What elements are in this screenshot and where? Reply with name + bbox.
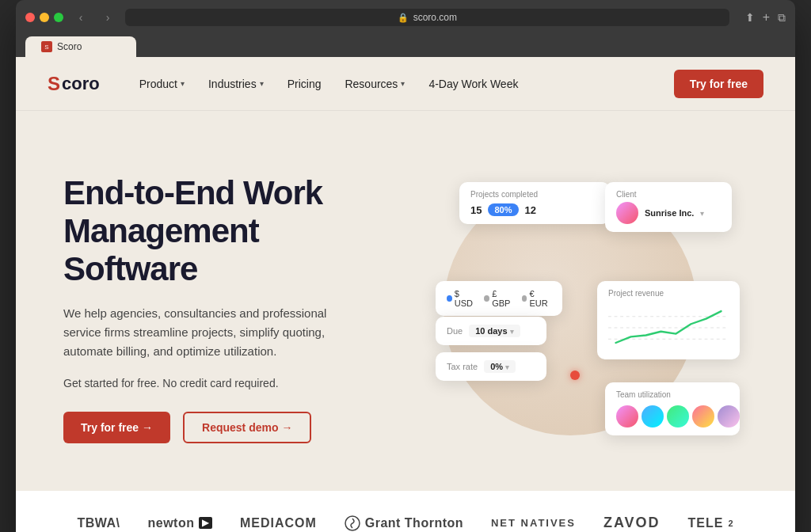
client-label: Client <box>616 190 704 199</box>
chevron-down-icon: ▾ <box>401 79 405 88</box>
logo-text: coro <box>62 74 100 94</box>
client-card: Client Sunrise Inc. ▾ <box>605 182 732 232</box>
client-name: Sunrise Inc. <box>645 208 694 218</box>
logo-grant-thornton: Grant Thornton <box>345 515 463 531</box>
logo-net-natives: NET NATIVES <box>491 517 576 529</box>
revenue-label: Project revenue <box>608 289 729 298</box>
back-button[interactable]: ‹ <box>71 8 90 27</box>
logo-tbwa: TBWA\ <box>77 516 120 530</box>
due-value: 10 days ▾ <box>469 325 520 337</box>
hero-left: End-to-End Work Management Software We h… <box>63 174 396 444</box>
team-avatar-4 <box>692 405 714 428</box>
grant-thornton-icon <box>345 515 360 531</box>
try-free-button[interactable]: Try for free → <box>63 412 170 443</box>
tax-label: Tax rate <box>447 362 478 371</box>
client-avatar <box>616 202 638 224</box>
client-dropdown-icon: ▾ <box>700 209 704 218</box>
tab-title: Scoro <box>57 41 82 52</box>
team-card: Team utilization <box>605 382 740 435</box>
projects-card: Projects completed 15 80% 12 <box>459 182 610 224</box>
add-tab-button[interactable]: + <box>763 10 770 25</box>
logo-mediacom: MEDIACOM <box>240 516 317 530</box>
close-button[interactable] <box>25 13 35 22</box>
hero-section: End-to-End Work Management Software We h… <box>16 111 795 491</box>
nav-item-pricing[interactable]: Pricing <box>287 78 322 90</box>
hero-subtitle: We help agencies, consultancies and prof… <box>63 304 364 361</box>
tabs-button[interactable]: ⧉ <box>778 11 786 25</box>
due-card: Due 10 days ▾ <box>436 317 546 345</box>
tab-favicon: S <box>41 41 52 52</box>
logo-newton: newton ▶ <box>147 516 212 530</box>
nav-cta-button[interactable]: Try for free <box>674 70 763 98</box>
browser-chrome: ‹ › 🔒 scoro.com ⬆ + ⧉ S Scoro <box>16 0 795 57</box>
revenue-chart-svg <box>608 304 729 352</box>
projects-left-num: 15 <box>470 204 482 216</box>
chevron-down-icon: ▾ <box>181 79 185 88</box>
revenue-card: Project revenue <box>597 281 740 359</box>
team-avatar-1 <box>616 405 638 428</box>
maximize-button[interactable] <box>54 13 63 22</box>
share-button[interactable]: ⬆ <box>745 11 755 24</box>
hero-visual: Projects completed 15 80% 12 Client Sunr… <box>396 158 748 459</box>
due-label: Due <box>447 326 463 336</box>
address-bar[interactable]: 🔒 scoro.com <box>125 9 729 26</box>
chevron-down-icon: ▾ <box>260 79 264 88</box>
logo[interactable]: Scoro <box>48 73 100 95</box>
tax-value: 0% ▾ <box>484 360 516 373</box>
team-avatar-3 <box>667 405 689 428</box>
team-label: Team utilization <box>616 390 729 399</box>
currency-card: $ USD £ GBP € EUR <box>436 281 562 316</box>
browser-window: ‹ › 🔒 scoro.com ⬆ + ⧉ S Scoro Scoro <box>16 0 795 532</box>
newton-icon: ▶ <box>199 517 212 529</box>
active-tab[interactable]: S Scoro <box>25 36 136 57</box>
team-avatars <box>616 405 729 428</box>
projects-right-num: 12 <box>525 204 536 216</box>
hero-buttons: Try for free → Request demo → <box>63 412 396 443</box>
window-controls <box>25 13 63 22</box>
team-avatar-5 <box>718 405 740 428</box>
nav-links: Product ▾ Industries ▾ Pricing Resources… <box>139 78 674 90</box>
page-content: Scoro Product ▾ Industries ▾ Pricing Res… <box>16 57 795 532</box>
lock-icon: 🔒 <box>398 13 409 23</box>
navbar: Scoro Product ▾ Industries ▾ Pricing Res… <box>16 57 795 111</box>
logo-icon: S <box>48 73 60 95</box>
currency-eur: € EUR <box>529 289 551 308</box>
hero-note: Get started for free. No credit card req… <box>63 377 396 390</box>
forward-button[interactable]: › <box>98 8 117 27</box>
dot-ping <box>570 370 580 380</box>
logo-zavod: ZAVOD <box>603 515 661 531</box>
projects-card-title: Projects completed <box>470 190 599 199</box>
nav-item-workweek[interactable]: 4-Day Work Week <box>428 78 518 90</box>
tax-card: Tax rate 0% ▾ <box>436 352 546 381</box>
nav-item-product[interactable]: Product ▾ <box>139 78 185 90</box>
logo-tele2: TELE2 <box>688 516 734 530</box>
hero-title: End-to-End Work Management Software <box>63 174 396 289</box>
team-avatar-2 <box>642 405 664 428</box>
url-text: scoro.com <box>413 12 457 23</box>
request-demo-button[interactable]: Request demo → <box>183 412 311 443</box>
currency-gbp: £ GBP <box>492 289 514 308</box>
nav-item-resources[interactable]: Resources ▾ <box>345 78 405 90</box>
logos-section: TBWA\ newton ▶ MEDIACOM Grant Thornton N… <box>16 491 795 532</box>
minimize-button[interactable] <box>40 13 49 22</box>
nav-item-industries[interactable]: Industries ▾ <box>208 78 264 90</box>
currency-usd: $ USD <box>455 289 477 308</box>
projects-pill: 80% <box>488 203 518 216</box>
